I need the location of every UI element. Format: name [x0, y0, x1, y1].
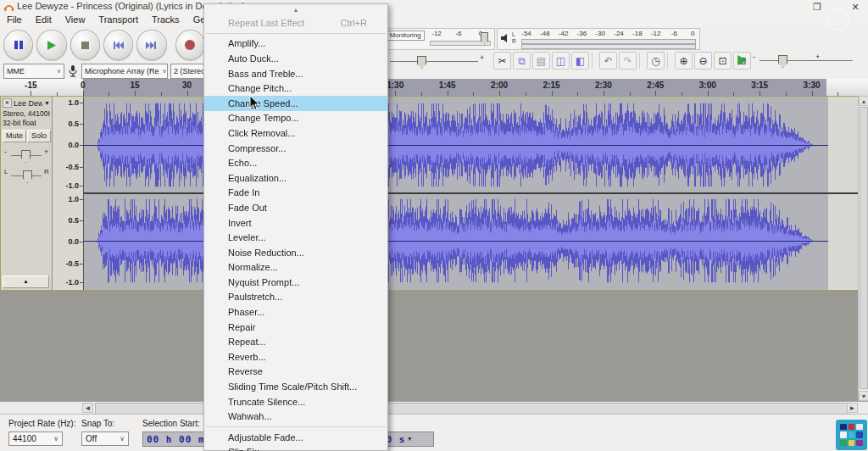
vertical-scrollbar[interactable]: ▲ ▼: [858, 96, 868, 401]
menu-item-label: Change Pitch...: [228, 83, 292, 93]
copy-button[interactable]: ⧉: [513, 52, 531, 70]
menubar-item-tracks[interactable]: Tracks: [145, 14, 186, 26]
menu-item-echo[interactable]: Echo...: [204, 155, 387, 170]
cut-button[interactable]: ✂: [493, 52, 511, 70]
recording-meter[interactable]: t Monitoring -12-60: [380, 28, 495, 50]
menu-item-bass-and-treble[interactable]: Bass and Treble...: [204, 66, 387, 81]
audio-host-select[interactable]: MME∨: [3, 64, 64, 79]
zoom-out-icon: ⊖: [698, 56, 707, 66]
menu-item-auto-duck[interactable]: Auto Duck...: [204, 51, 387, 66]
menu-item-truncate-silence[interactable]: Truncate Silence...: [204, 394, 387, 409]
monitoring-label[interactable]: t Monitoring: [382, 31, 425, 41]
scroll-down-arrow[interactable]: ▼: [859, 391, 868, 401]
menu-item-paulstretch[interactable]: Paulstretch...: [204, 290, 387, 305]
track-collapse-button[interactable]: ▲: [3, 276, 49, 288]
gain-handle[interactable]: [21, 150, 31, 163]
menu-item-compressor[interactable]: Compressor...: [204, 141, 387, 156]
solo-button[interactable]: Solo: [27, 130, 51, 142]
zoom-in-button[interactable]: ⊕: [675, 52, 693, 70]
menu-item-repeat-last-effect[interactable]: Repeat Last EffectCtrl+R: [204, 15, 387, 31]
pause-button[interactable]: [3, 30, 33, 60]
menu-item-change-speed[interactable]: Change Speed...: [204, 96, 387, 111]
scroll-up-arrow[interactable]: ▲: [859, 96, 868, 106]
menu-item-change-tempo[interactable]: Change Tempo...: [204, 111, 387, 126]
vertical-scale-label: 1.0: [68, 98, 79, 107]
undo-button[interactable]: ↶: [599, 52, 617, 70]
scroll-left-arrow[interactable]: ◄: [82, 403, 93, 413]
zoom-out-button[interactable]: ⊖: [694, 52, 712, 70]
menu-item-amplify[interactable]: Amplify...: [204, 36, 387, 52]
waveform-canvas[interactable]: [84, 97, 860, 290]
playback-volume-handle[interactable]: [417, 56, 426, 69]
menubar-item-view[interactable]: View: [58, 14, 92, 26]
menu-item-equalization[interactable]: Equalization...: [204, 170, 387, 186]
menu-item-invert[interactable]: Invert: [204, 215, 387, 231]
silence-audio-button[interactable]: ◧: [571, 52, 589, 70]
horizontal-scrollbar[interactable]: ◄ ►: [0, 401, 868, 415]
stop-button[interactable]: [70, 30, 100, 60]
track-title[interactable]: Lee Dewyz: [14, 99, 42, 108]
track-menu-dropdown-icon[interactable]: ▼: [44, 100, 50, 106]
vertical-ruler[interactable]: 1.00.50.0-0.5-1.01.00.50.0-0.5-1.0: [53, 97, 84, 290]
pan-slider[interactable]: L R: [3, 166, 50, 185]
menu-item-phaser[interactable]: Phaser...: [204, 304, 387, 320]
snap-to-select[interactable]: Off ∨: [81, 432, 129, 446]
menu-item-clip-fix[interactable]: Clip Fix...: [204, 445, 387, 451]
play-at-speed-icon[interactable]: [736, 54, 748, 66]
meter-tick: -24: [614, 30, 624, 37]
record-button[interactable]: [175, 30, 205, 60]
menu-item-change-pitch[interactable]: Change Pitch...: [204, 81, 387, 96]
vertical-scale-label: 0.0: [68, 237, 79, 246]
scroll-right-arrow[interactable]: ►: [847, 403, 858, 413]
menu-item-repeat[interactable]: Repeat...: [204, 334, 387, 349]
menubar-item-transport[interactable]: Transport: [92, 14, 145, 26]
close-button[interactable]: ✕: [846, 1, 865, 13]
menu-item-wahwah[interactable]: Wahwah...: [204, 409, 387, 424]
meter-tick: -42: [559, 30, 569, 37]
menu-item-nyquist-prompt[interactable]: Nyquist Prompt...: [204, 275, 387, 290]
menu-item-repair[interactable]: Repair: [204, 320, 387, 335]
vertical-scroll-thumb[interactable]: [860, 107, 868, 389]
skip-to-start-button[interactable]: [103, 30, 133, 60]
redo-button[interactable]: ↷: [619, 52, 637, 70]
track-control-panel: × Lee Dewyz ▼ Stereo, 44100Hz 32-bit flo…: [1, 97, 53, 290]
vertical-scale-label: 0.5: [68, 120, 79, 128]
menu-item-fade-out[interactable]: Fade Out: [204, 200, 387, 215]
paste-button[interactable]: ▤: [532, 52, 550, 70]
menu-scroll-up-arrow[interactable]: ▲: [204, 4, 387, 15]
menu-item-reverse[interactable]: Reverse: [204, 365, 387, 380]
meter-tick: -36: [577, 30, 587, 37]
recording-device-select[interactable]: Microphone Array (Re∨: [81, 64, 168, 79]
menu-item-adjustable-fade[interactable]: Adjustable Fade...: [204, 430, 387, 445]
restore-button[interactable]: ❐: [808, 1, 826, 13]
zoom-toggle-button[interactable]: ◷: [647, 52, 665, 70]
project-rate-label: Project Rate (Hz):: [8, 419, 75, 428]
fit-selection-button[interactable]: ⊡: [714, 52, 732, 70]
menu-item-click-removal[interactable]: Click Removal...: [204, 125, 387, 141]
paste-icon: ▤: [537, 56, 546, 66]
menu-item-fade-in[interactable]: Fade In: [204, 186, 387, 201]
menubar-item-edit[interactable]: Edit: [29, 14, 58, 26]
empty-track-space: [0, 291, 858, 401]
volume-max-label: +: [480, 53, 484, 62]
menubar-item-file[interactable]: File: [0, 14, 29, 26]
gain-slider[interactable]: - +: [3, 146, 50, 164]
play-speed-slider[interactable]: [760, 60, 853, 61]
playback-volume-slider[interactable]: [390, 61, 478, 62]
menu-item-normalize[interactable]: Normalize...: [204, 260, 387, 276]
mute-button[interactable]: Mute: [3, 130, 26, 142]
project-rate-select[interactable]: 44100 ∨: [8, 432, 63, 446]
timeline-label: 3:00: [699, 81, 716, 90]
skip-to-end-button[interactable]: [136, 30, 166, 60]
menu-item-noise-reduction[interactable]: Noise Reduction...: [204, 245, 387, 260]
play-speed-handle[interactable]: [778, 55, 787, 68]
playback-meter[interactable]: L R -54-48-42-36-30-24-18-12-60: [497, 28, 700, 50]
menu-item-reverb[interactable]: Reverb...: [204, 349, 387, 365]
menu-item-sliding-time-scale-pitch-shift[interactable]: Sliding Time Scale/Pitch Shift...: [204, 379, 387, 394]
timeline-ruler[interactable]: -1501530451:001:151:301:452:002:152:302:…: [0, 79, 868, 97]
track-close-button[interactable]: ×: [3, 98, 12, 108]
play-button[interactable]: [36, 30, 66, 60]
pan-handle[interactable]: [23, 170, 32, 183]
trim-audio-button[interactable]: ◫: [552, 52, 570, 70]
menu-item-leveler[interactable]: Leveler...: [204, 230, 387, 245]
